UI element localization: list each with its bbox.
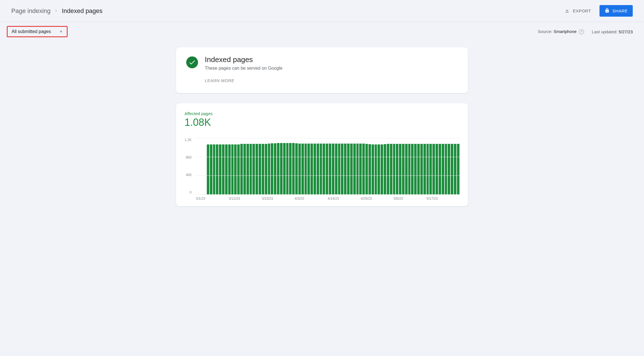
chart-bar[interactable] xyxy=(368,144,371,194)
chart-bar[interactable] xyxy=(427,144,429,194)
chart-bar[interactable] xyxy=(387,144,389,194)
chart-bar[interactable] xyxy=(286,143,289,194)
y-tick: 1.2K xyxy=(185,138,192,142)
learn-more-link[interactable]: LEARN MORE xyxy=(205,78,283,83)
chart-bar[interactable] xyxy=(283,143,286,194)
chart-bar[interactable] xyxy=(457,144,459,194)
chart-bar[interactable] xyxy=(305,144,307,194)
chart-bar[interactable] xyxy=(234,144,237,194)
chart-bar[interactable] xyxy=(216,144,218,194)
chart-bar[interactable] xyxy=(423,144,426,194)
chart-bar[interactable] xyxy=(237,144,240,195)
chart-bar[interactable] xyxy=(213,144,216,194)
chart-bar[interactable] xyxy=(384,144,386,194)
chart-bar[interactable] xyxy=(298,144,301,194)
chart-bar[interactable] xyxy=(377,144,380,194)
chart-bar[interactable] xyxy=(320,144,322,194)
chart-bar[interactable] xyxy=(347,144,350,194)
chart-plot xyxy=(194,138,459,194)
chart-bar[interactable] xyxy=(399,144,401,194)
chart-bar[interactable] xyxy=(439,144,441,194)
chart-bar[interactable] xyxy=(247,144,249,194)
top-bar: Page indexing Indexed pages EXPORT SHARE xyxy=(0,0,644,22)
chart-bar[interactable] xyxy=(262,144,264,194)
chart-bar[interactable] xyxy=(310,144,313,194)
chart-bar[interactable] xyxy=(335,144,337,194)
chart-bar[interactable] xyxy=(429,144,432,194)
chart-bar[interactable] xyxy=(329,144,331,194)
chart-bar[interactable] xyxy=(292,143,295,194)
chart-bars xyxy=(195,138,459,194)
chart-bar[interactable] xyxy=(277,143,279,194)
chevron-right-icon xyxy=(54,8,58,14)
chart-bar[interactable] xyxy=(295,143,298,194)
chart-bar[interactable] xyxy=(454,144,456,194)
chart-bar[interactable] xyxy=(225,144,228,194)
chart-bar[interactable] xyxy=(432,144,435,194)
chart-bar[interactable] xyxy=(344,144,347,194)
chart-bar[interactable] xyxy=(405,144,408,194)
chart-bar[interactable] xyxy=(411,144,414,194)
chart-bar[interactable] xyxy=(420,144,423,194)
chart-bar[interactable] xyxy=(222,144,225,194)
chart-bar[interactable] xyxy=(289,143,292,194)
chart-bar[interactable] xyxy=(350,144,353,194)
chart-bar[interactable] xyxy=(228,144,231,194)
chart-bar[interactable] xyxy=(448,144,450,194)
chart-bar[interactable] xyxy=(332,144,334,194)
chart-bar[interactable] xyxy=(252,144,255,194)
chart-bar[interactable] xyxy=(372,144,374,195)
chart-bar[interactable] xyxy=(408,144,411,194)
grid-line xyxy=(195,194,459,195)
chart-bar[interactable] xyxy=(210,144,212,194)
chart-bar[interactable] xyxy=(451,144,453,194)
chart-bar[interactable] xyxy=(445,144,447,194)
x-tick: 5/17/23 xyxy=(427,197,459,201)
chart-bar[interactable] xyxy=(207,144,209,194)
filter-dropdown[interactable]: All submitted pages ▼ xyxy=(7,26,68,37)
chart-bar[interactable] xyxy=(317,144,319,194)
chart-bar[interactable] xyxy=(250,144,252,194)
status-body: Indexed pages These pages can be served … xyxy=(205,55,283,83)
chart-bar[interactable] xyxy=(243,144,246,194)
updated-label: Last updated: xyxy=(592,29,618,34)
chart-bar[interactable] xyxy=(231,144,234,194)
chart-bar[interactable] xyxy=(338,144,341,194)
chart-bar[interactable] xyxy=(353,144,356,194)
x-tick: 4/3/23 xyxy=(295,197,328,201)
y-tick: 400 xyxy=(186,173,192,177)
chart-bar[interactable] xyxy=(396,144,398,194)
chart-bar[interactable] xyxy=(259,144,261,194)
chart-bar[interactable] xyxy=(307,144,310,194)
chart-bar[interactable] xyxy=(240,144,243,194)
chart-bar[interactable] xyxy=(362,144,365,194)
chart-bar[interactable] xyxy=(219,144,221,194)
chart-bar[interactable] xyxy=(323,144,325,194)
breadcrumb-root-link[interactable]: Page indexing xyxy=(11,7,50,15)
chart-bar[interactable] xyxy=(274,143,276,194)
help-icon[interactable]: ? xyxy=(579,29,584,34)
chart-bar[interactable] xyxy=(436,144,438,194)
chart-bar[interactable] xyxy=(390,144,392,194)
chart-bar[interactable] xyxy=(341,144,343,194)
chart-bar[interactable] xyxy=(314,144,316,194)
export-button[interactable]: EXPORT xyxy=(561,5,594,16)
chart-bar[interactable] xyxy=(265,144,267,194)
chart-bar[interactable] xyxy=(393,144,396,194)
share-button[interactable]: SHARE xyxy=(599,5,633,17)
chart-bar[interactable] xyxy=(268,144,270,194)
chart-bar[interactable] xyxy=(402,144,405,194)
chart-bar[interactable] xyxy=(356,144,359,194)
chart-bar[interactable] xyxy=(359,144,362,194)
chart-bar[interactable] xyxy=(417,144,420,194)
chart-bar[interactable] xyxy=(442,144,444,194)
chart-bar[interactable] xyxy=(280,143,283,194)
chart-bar[interactable] xyxy=(256,144,258,194)
chart-bar[interactable] xyxy=(414,144,417,194)
chart-bar[interactable] xyxy=(271,143,273,194)
chart-bar[interactable] xyxy=(381,144,383,195)
chart-bar[interactable] xyxy=(326,144,328,194)
chart-bar[interactable] xyxy=(301,144,304,194)
chart-bar[interactable] xyxy=(375,144,377,194)
chart-bar[interactable] xyxy=(365,144,368,194)
